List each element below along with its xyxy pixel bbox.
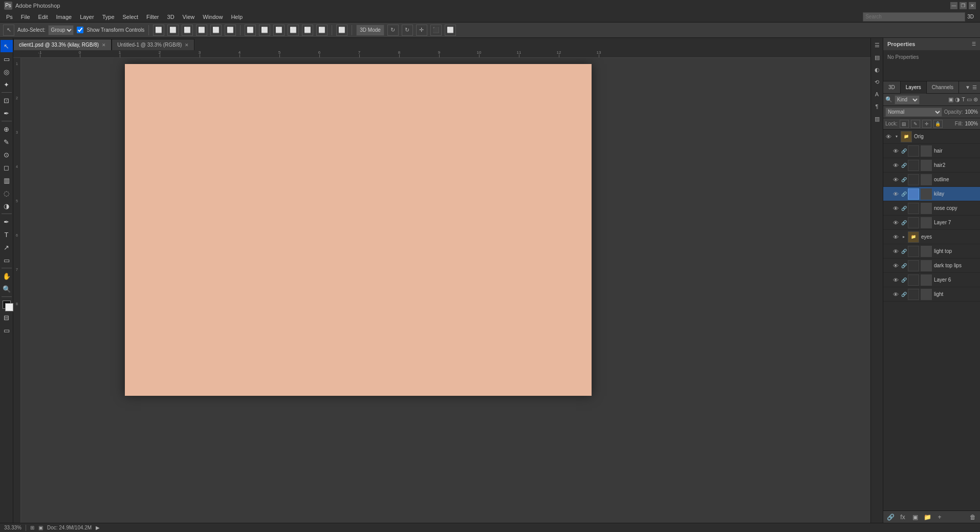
tab-untitled-close[interactable]: ✕ — [185, 42, 189, 48]
add-mask-btn[interactable]: ▣ — [910, 512, 920, 522]
healing-tool[interactable]: ⊕ — [1, 123, 13, 135]
transform-controls-checkbox[interactable] — [77, 27, 83, 33]
layer-expand-eyes[interactable]: ▸ — [901, 234, 907, 240]
layers-panel-menu[interactable]: ▼ ☰ — [962, 84, 980, 90]
frame-tool[interactable]: ▭ — [1, 324, 13, 336]
arrange-windows-btn[interactable]: ⊞ — [30, 525, 34, 530]
magic-wand-tool[interactable]: ✦ — [1, 78, 13, 91]
eraser-tool[interactable]: ◻ — [1, 161, 13, 174]
align-center-v-icon[interactable]: ⬜ — [167, 25, 179, 36]
filter-pixel-icon[interactable]: ▣ — [948, 96, 953, 103]
text-tool[interactable]: T — [1, 228, 13, 241]
layers-panel-btn[interactable]: ▤ — [872, 52, 882, 62]
history-btn[interactable]: ⟲ — [872, 77, 882, 87]
menu-ps[interactable]: Ps — [2, 13, 17, 21]
layer-outline[interactable]: 👁 🔗 outline — [883, 173, 980, 187]
menu-view[interactable]: View — [179, 13, 199, 21]
layer-hair2[interactable]: 👁 🔗 hair2 — [883, 158, 980, 173]
pen-tool[interactable]: ✒ — [1, 216, 13, 228]
move-tool[interactable]: ↖ — [1, 40, 13, 52]
menu-type[interactable]: Type — [98, 13, 119, 21]
blend-mode-dropdown[interactable]: Normal Multiply Screen Overlay — [885, 108, 942, 117]
layer-vis-orig[interactable]: 👁 — [884, 133, 892, 141]
layer-vis-layer6[interactable]: 👁 — [891, 276, 900, 284]
layer-vis-outline[interactable]: 👁 — [891, 176, 900, 184]
layer-vis-hair[interactable]: 👁 — [891, 147, 900, 155]
screen-mode-btn[interactable]: ▣ — [38, 525, 43, 530]
window-controls[interactable]: — ❐ ✕ — [950, 2, 976, 9]
align-right-icon[interactable]: ⬜ — [182, 25, 193, 36]
add-style-btn[interactable]: fx — [898, 512, 908, 522]
menu-image[interactable]: Image — [52, 13, 76, 21]
lock-transparent-btn[interactable]: ▤ — [900, 120, 909, 128]
crop-tool[interactable]: ⊡ — [1, 94, 13, 107]
lasso-tool[interactable]: ◎ — [1, 66, 13, 78]
layer-dark-top-lips[interactable]: 👁 🔗 dark top lips — [883, 259, 980, 273]
layer-vis-layer7[interactable]: 👁 — [891, 219, 900, 227]
filter-adjust-icon[interactable]: ◑ — [955, 96, 960, 103]
path-selection-tool[interactable]: ↗ — [1, 241, 13, 253]
clone-tool[interactable]: ⊙ — [1, 148, 13, 161]
tab-client1-close[interactable]: ✕ — [102, 42, 106, 48]
paragraph-btn[interactable]: ¶ — [872, 101, 882, 112]
tab-untitled[interactable]: Untitled-1 @ 33.3% (RGB/8) ✕ — [112, 39, 194, 50]
drag-3d-icon[interactable]: ✛ — [416, 25, 427, 36]
menu-layer[interactable]: Layer — [76, 13, 98, 21]
new-group-btn[interactable]: 📁 — [922, 512, 932, 522]
text-panel-btn[interactable]: A — [872, 89, 882, 99]
lock-all-btn[interactable]: 🔒 — [933, 120, 943, 128]
tab-channels[interactable]: Channels — [927, 81, 959, 94]
distribute-left-icon[interactable]: ⬜ — [245, 25, 256, 36]
layer-vis-light[interactable]: 👁 — [891, 290, 900, 299]
filter-kind-dropdown[interactable]: Kind Name Effect — [895, 95, 920, 104]
lock-image-btn[interactable]: ✎ — [911, 120, 920, 128]
swatches-btn[interactable]: ▥ — [872, 114, 882, 124]
align-center-h-icon[interactable]: ⬜ — [210, 25, 222, 36]
layer-vis-eyes[interactable]: 👁 — [891, 233, 900, 241]
extra-tools[interactable]: ⊟ — [1, 311, 13, 324]
layer-kilay[interactable]: 👁 🔗 kilay — [883, 187, 980, 201]
distribute-right-icon[interactable]: ⬜ — [273, 25, 285, 36]
delete-layer-btn[interactable]: 🗑 — [968, 512, 978, 522]
menu-edit[interactable]: Edit — [34, 13, 52, 21]
align-left-icon[interactable]: ⬜ — [153, 25, 164, 36]
distribute-top-icon[interactable]: ⬜ — [288, 25, 299, 36]
scale-3d-icon[interactable]: ⬜ — [445, 25, 456, 36]
filter-smart-icon[interactable]: ⊛ — [973, 96, 978, 103]
menu-3d[interactable]: 3D — [163, 13, 179, 21]
layer-orig[interactable]: 👁 ▾ 📁 Orig — [883, 130, 980, 144]
layer-vis-kilay[interactable]: 👁 — [891, 190, 900, 198]
move-tool-icon[interactable]: ↖ — [3, 25, 14, 36]
layer-vis-hair2[interactable]: 👁 — [891, 161, 900, 169]
layer-nose-copy[interactable]: 👁 🔗 nose copy — [883, 201, 980, 216]
layer-light[interactable]: 👁 🔗 light — [883, 287, 980, 302]
layer-vis-light-top[interactable]: 👁 — [891, 247, 900, 256]
blur-tool[interactable]: ◌ — [1, 187, 13, 199]
canvas-workspace[interactable]: 1 2 3 4 5 6 7 8 — [13, 58, 870, 523]
align-top-icon[interactable]: ⬜ — [196, 25, 207, 36]
distribute-bottom-icon[interactable]: ⬜ — [316, 25, 328, 36]
properties-panel-btn[interactable]: ☰ — [872, 40, 882, 50]
menu-select[interactable]: Select — [119, 13, 143, 21]
menu-file[interactable]: File — [17, 13, 34, 21]
hand-tool[interactable]: ✋ — [1, 270, 13, 282]
zoom-tool[interactable]: 🔍 — [1, 283, 13, 295]
rotate-3d-icon[interactable]: ↻ — [387, 25, 399, 36]
layer-6[interactable]: 👁 🔗 Layer 6 — [883, 273, 980, 287]
tab-3d[interactable]: 3D — [883, 81, 901, 94]
layer-eyes[interactable]: 👁 ▸ 📁 eyes — [883, 230, 980, 244]
link-layers-btn[interactable]: 🔗 — [885, 512, 896, 522]
canvas-document[interactable] — [125, 64, 592, 396]
play-btn[interactable]: ▶ — [96, 525, 100, 530]
dodge-tool[interactable]: ◑ — [1, 200, 13, 212]
marquee-tool[interactable]: ▭ — [1, 53, 13, 65]
arrange-icon[interactable]: ⬜ — [336, 25, 347, 36]
adjust-btn[interactable]: ◐ — [872, 65, 882, 75]
gradient-tool[interactable]: ▥ — [1, 174, 13, 186]
lock-position-btn[interactable]: ✛ — [922, 120, 931, 128]
roll-3d-icon[interactable]: ↻ — [402, 25, 413, 36]
distribute-center-v-icon[interactable]: ⬜ — [259, 25, 270, 36]
layers-options-icon[interactable]: ☰ — [972, 84, 977, 90]
close-button[interactable]: ✕ — [969, 2, 976, 9]
menu-filter[interactable]: Filter — [142, 13, 163, 21]
